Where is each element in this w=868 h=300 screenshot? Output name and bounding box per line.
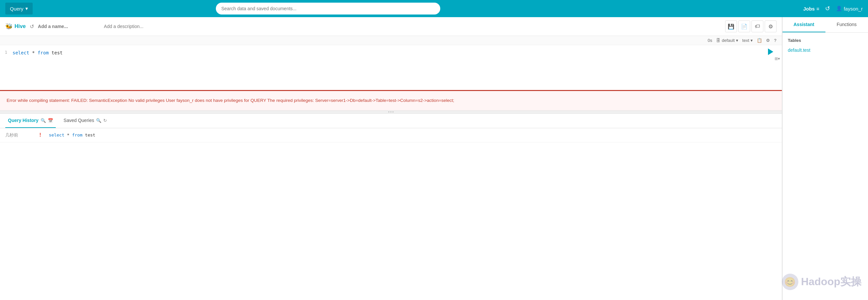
hive-label: Hive: [14, 24, 26, 29]
right-panel: Assistant Functions Tables default.test: [782, 17, 868, 300]
user-menu[interactable]: 👤 fayson_r: [836, 6, 863, 11]
query-button[interactable]: Query ▾: [5, 3, 33, 14]
history-status-icon: !: [37, 132, 43, 138]
database-meta[interactable]: 🗄 default ▾: [716, 38, 738, 43]
code-editor-wrapper: 1 select * from test ⊞▾: [0, 45, 782, 64]
error-section: Error while compiling statement: FAILED:…: [0, 90, 782, 110]
bottom-tabs: Query History 🔍 📅 Saved Queries 🔍 ↻: [0, 114, 782, 128]
db-chevron-icon: ▾: [736, 38, 738, 43]
query-button-label: Query: [10, 6, 24, 11]
operator-star: *: [32, 50, 38, 55]
history-time: 几秒前: [5, 132, 32, 138]
gear-icon-btn[interactable]: ⚙: [766, 38, 770, 43]
tab-saved-queries[interactable]: Saved Queries 🔍 ↻: [61, 113, 110, 128]
hive-logo: 🐝 Hive: [5, 23, 26, 30]
database-icon: 🗄: [716, 38, 720, 43]
editor-toolbar: 🐝 Hive ↺ 💾 📄 🏷 ⚙: [0, 17, 782, 36]
saved-queries-label: Saved Queries: [64, 118, 94, 123]
search-bar: [216, 3, 440, 14]
run-button[interactable]: [768, 48, 773, 55]
table-name: test: [52, 50, 63, 55]
database-value: default: [722, 38, 735, 43]
doc-icon-btn[interactable]: 📋: [757, 38, 762, 43]
saved-search-icon[interactable]: 🔍: [96, 118, 101, 123]
query-name-input[interactable]: [38, 24, 100, 29]
tab-functions[interactable]: Functions: [826, 17, 868, 32]
query-history-label: Query History: [8, 118, 39, 123]
query-meta-bar: 0s 🗄 default ▾ text ▾ 📋 ⚙ ?: [0, 36, 782, 45]
keyword-from: from: [38, 50, 49, 55]
save-button[interactable]: 💾: [725, 21, 737, 32]
right-panel-content: Tables default.test: [782, 33, 868, 59]
nav-right: Jobs ≡ ↺ 👤 fayson_r: [803, 5, 863, 12]
chevron-down-icon: ▾: [25, 6, 28, 11]
time-meta: 0s: [708, 38, 712, 43]
jobs-label: Jobs: [803, 6, 815, 11]
editor-panel: 🐝 Hive ↺ 💾 📄 🏷 ⚙ 0s 🗄 default ▾: [0, 17, 782, 300]
resize-handle[interactable]: • • •: [0, 110, 782, 114]
tab-assistant[interactable]: Assistant: [782, 17, 826, 32]
bee-icon: 🐝: [5, 23, 12, 30]
help-icon-btn[interactable]: ?: [774, 38, 777, 43]
table-item-default-test[interactable]: default.test: [788, 46, 863, 54]
right-panel-tabs: Assistant Functions: [782, 17, 868, 33]
top-nav: Query ▾ Jobs ≡ ↺ 👤 fayson_r: [0, 0, 868, 17]
tab-query-history[interactable]: Query History 🔍 📅: [5, 113, 56, 128]
user-icon: 👤: [836, 6, 842, 11]
tables-heading: Tables: [788, 38, 863, 43]
filter-icon: ≡: [816, 6, 819, 11]
drag-dots: • • •: [388, 110, 394, 114]
code-content[interactable]: select * from test: [10, 45, 766, 64]
query-desc-input[interactable]: [104, 24, 721, 29]
tag-button[interactable]: 🏷: [751, 21, 764, 32]
history-row[interactable]: 几秒前 ! select * from test: [0, 128, 782, 142]
hist-operator: *: [67, 133, 72, 137]
run-area: ⊞▾: [766, 45, 782, 64]
refresh-icon[interactable]: ↻: [103, 118, 107, 123]
expand-button[interactable]: ⊞▾: [775, 56, 780, 61]
time-value: 0s: [708, 38, 712, 43]
error-message: Error while compiling statement: FAILED:…: [7, 98, 454, 103]
line-numbers: 1: [0, 45, 10, 64]
history-query: select * from test: [49, 133, 777, 137]
history-icon[interactable]: ↺: [825, 5, 830, 12]
jobs-link[interactable]: Jobs ≡: [803, 6, 819, 11]
type-meta[interactable]: text ▾: [742, 38, 753, 43]
hist-keyword-from: from: [72, 133, 82, 137]
hist-keyword-select: select: [49, 133, 64, 137]
line-number-1: 1: [3, 49, 7, 56]
calendar-icon[interactable]: 📅: [48, 118, 53, 123]
functions-tab-label: Functions: [837, 22, 857, 27]
assistant-tab-label: Assistant: [794, 22, 814, 27]
search-input[interactable]: [216, 3, 440, 14]
code-editor: 1 select * from test: [0, 45, 766, 64]
main-layout: 🐝 Hive ↺ 💾 📄 🏷 ⚙ 0s 🗄 default ▾: [0, 17, 868, 300]
hist-table: test: [85, 133, 95, 137]
toolbar-actions: 💾 📄 🏷 ⚙: [725, 21, 777, 32]
history-table: 几秒前 ! select * from test: [0, 128, 782, 300]
type-chevron-icon: ▾: [750, 38, 753, 43]
search-icon[interactable]: 🔍: [40, 118, 46, 123]
type-value: text: [742, 38, 749, 43]
keyword-select: select: [12, 50, 29, 55]
undo-button[interactable]: ↺: [30, 24, 34, 30]
username-label: fayson_r: [844, 6, 863, 11]
settings-button[interactable]: ⚙: [765, 21, 777, 32]
new-doc-button[interactable]: 📄: [738, 21, 750, 32]
